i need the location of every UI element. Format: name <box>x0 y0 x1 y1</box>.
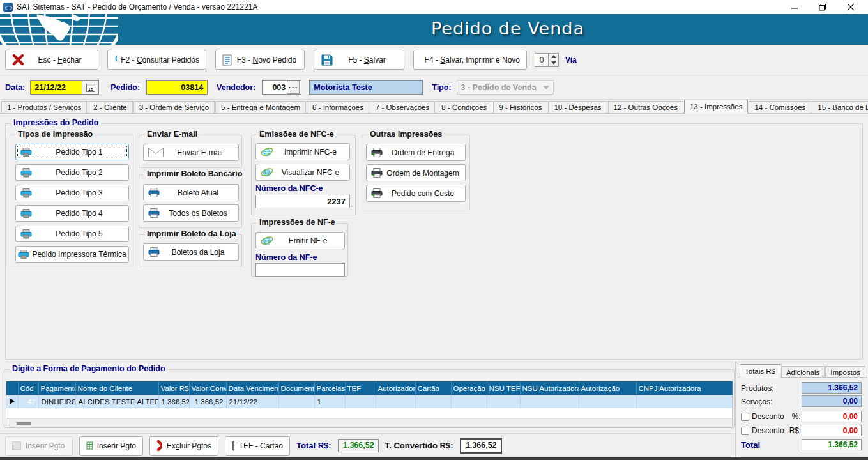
close-button[interactable] <box>837 0 865 14</box>
cell-data-vencimento[interactable]: 21/12/22 <box>226 395 278 408</box>
ordem-de-entrega-button[interactable]: Ordem de Entrega <box>366 144 466 161</box>
calendar-button[interactable]: 15 <box>82 80 98 94</box>
pedido-tipo-1-button[interactable]: Pedido Tipo 1 <box>15 144 129 160</box>
enviar-email-button[interactable]: Enviar E-mail <box>143 144 239 161</box>
convertido-label: T. Convertido R$: <box>385 441 453 450</box>
fechar-button[interactable]: Esc - Fechar <box>5 50 98 70</box>
restore-button[interactable] <box>809 0 837 14</box>
tab-adicionais[interactable]: Adicionais <box>781 366 825 378</box>
cell-valor[interactable]: 1.366,52 <box>158 395 189 408</box>
inserir-pgto-disabled-button: Inserir Pgto <box>5 436 73 456</box>
desconto-pct-input[interactable]: 0,00 <box>802 411 862 422</box>
boletos-da-loja-button[interactable]: Boletos da Loja <box>143 243 239 261</box>
pedido-input[interactable]: 03814 <box>146 80 208 95</box>
todos-os-boletos-button[interactable]: Todos os Boletos <box>143 204 239 222</box>
cell-nome-cliente[interactable]: ALCIDES TESTE ALTERAR <box>75 395 158 408</box>
cell-parcelas[interactable]: 1 <box>314 395 345 408</box>
numero-nfe-input[interactable] <box>255 263 345 277</box>
column-header: CNPJ Autorizadora <box>636 381 732 395</box>
inserir-pgto-button[interactable]: Inserir Pgto <box>79 436 143 456</box>
imprimir-nfce-button[interactable]: Imprimir NFC-e <box>255 143 350 160</box>
app-window: SAT Sistemas - SAT - Pedido de Orçamento… <box>0 0 868 460</box>
cell-cnpj-autorizadora[interactable] <box>636 395 732 408</box>
tef-cartao-button[interactable]: TEF - Cartão <box>225 436 290 456</box>
outras-impressoes-group: Outras Impressões Ordem de Entrega Ordem… <box>362 135 470 210</box>
column-header: Cartão <box>415 381 451 395</box>
tab-banco-de-dados[interactable]: 15 - Banco de Dados <box>812 101 868 113</box>
cell-autorizacao[interactable] <box>579 395 636 408</box>
save-icon <box>321 54 333 66</box>
cell-pagamento[interactable]: DINHEIRO <box>38 395 75 408</box>
pedido-impressora-termica-button[interactable]: Pedido Impressora Térmica <box>15 246 129 263</box>
boleto-printer-icon <box>148 208 160 218</box>
restore-icon <box>819 3 826 11</box>
cell-documento[interactable] <box>278 395 314 408</box>
tab-strip: 1 - Produtos / Serviços 2 - Cliente 3 - … <box>0 100 868 114</box>
numero-nfce-input[interactable]: 2237 <box>255 195 350 208</box>
cell-nsu-tef[interactable] <box>487 395 520 408</box>
tipo-select[interactable]: 3 - Pedido de Venda <box>457 80 554 95</box>
desconto-rs-checkbox[interactable] <box>741 427 749 435</box>
cell-nsu-autorizadora[interactable] <box>520 395 579 408</box>
tipo-label: Tipo: <box>432 83 451 92</box>
data-input[interactable]: 21/12/22 15 <box>30 80 99 95</box>
novo-pedido-button[interactable]: F3 - Novo Pedido <box>215 50 305 70</box>
tab-observacoes[interactable]: 7 - Observações <box>370 101 435 113</box>
tab-condicoes[interactable]: 8 - Condições <box>436 101 492 113</box>
title-bar: SAT Sistemas - SAT - Pedido de Orçamento… <box>0 0 868 14</box>
spin-up-button[interactable] <box>549 54 558 60</box>
scrollbar-thumb[interactable] <box>17 422 31 425</box>
pedido-label: Pedido: <box>110 83 140 92</box>
consultar-pedidos-button[interactable]: F2 - Consultar Pedidos <box>107 50 206 70</box>
save-icon <box>420 54 421 66</box>
pedido-com-custo-button[interactable]: Pedido com Custo <box>366 185 466 202</box>
tab-informacoes[interactable]: 6 - Informações <box>307 101 369 113</box>
numero-nfe-label: Número da NF-e <box>255 253 317 262</box>
tab-ordem-de-servico[interactable]: 3 - Ordem de Serviço <box>133 101 215 113</box>
excluir-pgtos-button[interactable]: Excluir Pgtos <box>149 436 218 456</box>
ordem-de-montagem-button[interactable]: Ordem de Montagem <box>366 164 466 181</box>
desconto-pct-checkbox[interactable] <box>741 413 749 421</box>
horizontal-scrollbar[interactable] <box>6 418 732 427</box>
visualizar-nfce-button[interactable]: Visualizar NFC-e <box>255 164 350 181</box>
cell-autorizador[interactable] <box>376 395 415 408</box>
emitir-nfe-button[interactable]: Emitir NF-e <box>255 232 345 249</box>
via-spinner[interactable]: 0 <box>535 53 559 67</box>
tab-despesas[interactable]: 10 - Despesas <box>548 101 607 113</box>
total-rs-label: Total R$: <box>296 441 331 450</box>
tab-produtos-servicos[interactable]: 1 - Produtos / Serviços <box>1 101 87 113</box>
pedido-tipo-4-button[interactable]: Pedido Tipo 4 <box>15 205 129 222</box>
tab-historicos[interactable]: 9 - Históricos <box>493 101 547 113</box>
cell-valor-conv[interactable]: 1.366,52 <box>189 395 226 408</box>
vendedor-name-field[interactable]: Motorista Teste <box>309 80 423 95</box>
minimize-button[interactable] <box>780 0 809 14</box>
boleto-printer-icon <box>148 188 160 197</box>
tab-entrega-e-montagem[interactable]: 5 - Entrega e Montagem <box>215 101 306 113</box>
cell-cartao[interactable] <box>415 395 451 408</box>
row-arrow-icon <box>10 398 15 404</box>
pedido-tipo-2-button[interactable]: Pedido Tipo 2 <box>15 164 129 181</box>
tab-totais-rs[interactable]: Totais R$ <box>740 364 780 378</box>
boleto-atual-button[interactable]: Boleto Atual <box>143 184 239 201</box>
totals-tabs: Totais R$ Adicionais Impostos <box>740 364 866 378</box>
tab-impostos[interactable]: Impostos <box>825 366 865 378</box>
tab-outras-opcoes[interactable]: 12 - Outras Opções <box>608 101 683 113</box>
pedido-tipo-5-button[interactable]: Pedido Tipo 5 <box>15 226 129 242</box>
payment-row[interactable]: 42 DINHEIRO ALCIDES TESTE ALTERAR 1.366,… <box>6 395 732 408</box>
cell-cod[interactable]: 42 <box>18 395 38 408</box>
payments-table[interactable]: Cód Pagamento Nome do Cliente Valor R$ V… <box>6 381 733 408</box>
cell-tef[interactable] <box>345 395 376 408</box>
salvar-imprimir-novo-button[interactable]: F4 - Salvar, Imprimir e Novo <box>413 50 527 70</box>
vendedor-browse-button[interactable]: ··· <box>287 80 300 94</box>
desconto-rs-input[interactable]: 0,00 <box>802 425 862 436</box>
pedido-tipo-3-button[interactable]: Pedido Tipo 3 <box>15 185 129 201</box>
close-icon <box>847 3 855 11</box>
tab-comissoes[interactable]: 14 - Comissões <box>749 101 811 113</box>
tab-impressoes[interactable]: 13 - Impressões <box>684 100 748 114</box>
via-count[interactable]: 0 <box>535 53 549 67</box>
spin-down-button[interactable] <box>549 60 558 66</box>
salvar-button[interactable]: F5 - Salvar <box>314 50 404 70</box>
tab-cliente[interactable]: 2 - Cliente <box>88 101 132 113</box>
vendedor-input[interactable]: 003 ··· <box>262 80 301 95</box>
cell-operacao[interactable] <box>451 395 487 408</box>
